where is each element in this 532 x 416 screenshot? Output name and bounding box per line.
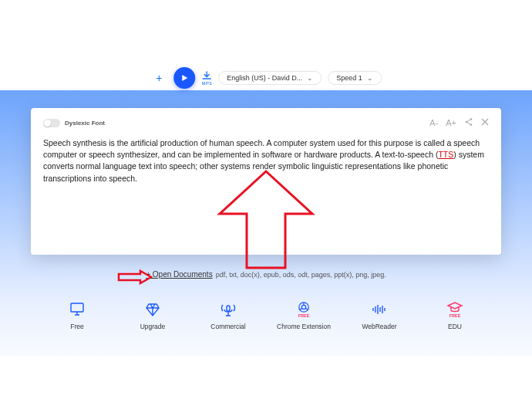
free-tag: FREE (450, 313, 461, 318)
chevron-down-icon: ⌄ (367, 74, 373, 82)
speed-select[interactable]: Speed 1 ⌄ (328, 71, 382, 85)
footer-commercial[interactable]: Commercial (197, 301, 259, 330)
open-documents-formats: pdf, txt, doc(x), epub, ods, odt, pages,… (216, 271, 386, 279)
download-label: MP3 (202, 81, 212, 86)
chevron-down-icon: ⌄ (307, 74, 313, 82)
play-icon (180, 74, 188, 82)
footer-icon-row: Free Upgrade Commercial FREE Chrome Exte… (31, 301, 501, 330)
footer-label: Chrome Extension (277, 323, 331, 330)
font-increase-button[interactable]: A+ (446, 118, 456, 127)
footer-label: Upgrade (140, 323, 166, 330)
footer-webreader[interactable]: WebReader (348, 301, 410, 330)
play-button[interactable] (173, 67, 195, 89)
diamond-icon (145, 302, 160, 317)
speed-label: Speed 1 (336, 74, 362, 82)
dyslexic-font-toggle[interactable]: Dyslexic Font (43, 119, 105, 127)
footer-label: Commercial (210, 323, 245, 330)
download-mp3-button[interactable]: MP3 (201, 71, 212, 86)
download-icon (201, 71, 212, 80)
text-card: Dyslexic Font A- A+ Speech synthesis is … (31, 108, 501, 255)
free-tag: FREE (298, 313, 310, 318)
card-tools: A- A+ (429, 117, 489, 128)
close-button[interactable] (481, 118, 489, 127)
dyslexic-font-label: Dyslexic Font (65, 120, 105, 127)
player-controls: + MP3 English (US) - David D... ⌄ Speed … (150, 67, 382, 89)
top-whitespace (0, 0, 532, 58)
mic-broadcast-icon (220, 302, 237, 317)
sound-wave-icon (371, 303, 388, 316)
footer-upgrade[interactable]: Upgrade (122, 301, 184, 330)
share-icon (464, 117, 473, 127)
svg-point-6 (301, 305, 305, 309)
font-decrease-button[interactable]: A- (429, 118, 438, 127)
footer-label: WebReader (362, 323, 396, 330)
graduation-cap-icon (446, 301, 463, 313)
card-header: Dyslexic Font A- A+ (43, 117, 489, 128)
footer-label: Free (70, 323, 83, 330)
chrome-icon (297, 301, 311, 313)
voice-label: English (US) - David D... (227, 74, 302, 82)
footer-label: EDU (448, 323, 462, 330)
svg-rect-4 (227, 306, 230, 311)
body-text-pre: Speech synthesis is the artificial produ… (43, 138, 480, 159)
monitor-icon (69, 302, 86, 317)
voice-select[interactable]: English (US) - David D... ⌄ (218, 71, 322, 85)
open-documents-link[interactable]: + Open Documents (146, 270, 212, 279)
text-content[interactable]: Speech synthesis is the artificial produ… (43, 137, 489, 184)
svg-rect-3 (71, 303, 83, 312)
footer-chrome[interactable]: FREE Chrome Extension (273, 301, 335, 330)
share-button[interactable] (464, 117, 473, 128)
toggle-switch-icon (43, 119, 60, 127)
tts-link[interactable]: TTS (438, 150, 453, 159)
close-icon (481, 118, 489, 126)
footer-free[interactable]: Free (46, 301, 108, 330)
add-button[interactable]: + (150, 69, 167, 86)
footer-edu[interactable]: FREE EDU (424, 301, 486, 330)
open-documents-row: + Open Documents pdf, txt, doc(x), epub,… (146, 270, 386, 279)
